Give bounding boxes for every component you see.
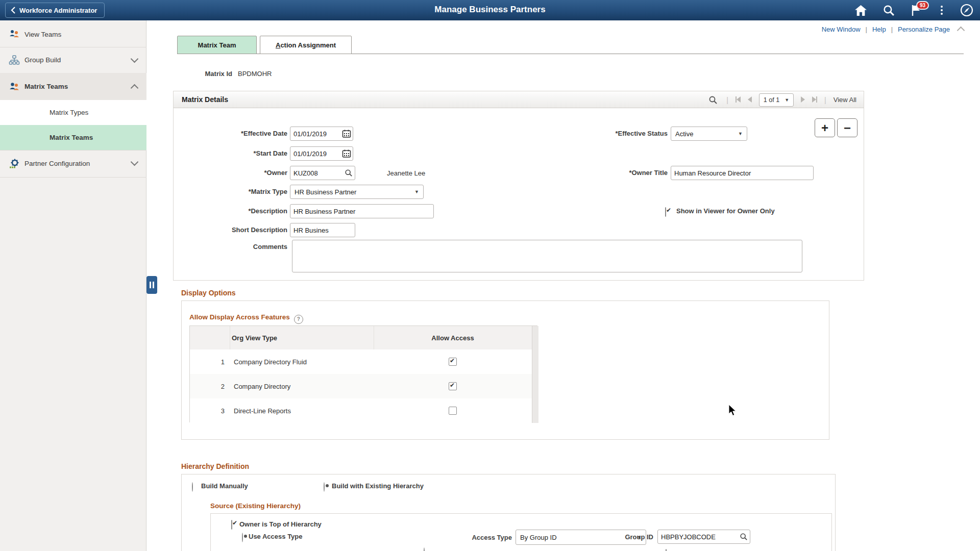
show-in-viewer-checkbox[interactable] (665, 207, 666, 217)
add-row-button[interactable]: + (815, 118, 835, 137)
col-header-org-view-type: Org View Type (232, 326, 374, 349)
allow-access-checkbox[interactable] (449, 382, 457, 390)
remove-row-button[interactable]: − (837, 118, 857, 137)
table-row: 3 Direct-Line Reports (190, 398, 532, 423)
matrix-id-label: Matrix Id (174, 70, 232, 78)
calendar-icon[interactable] (340, 128, 353, 140)
new-window-link[interactable]: New Window (822, 26, 861, 33)
use-access-type-label: Use Access Type (249, 533, 303, 540)
search-icon[interactable] (881, 3, 896, 17)
short-description-label: Short Description (194, 226, 287, 234)
allow-display-heading-row: Allow Display Across Features? (189, 312, 303, 324)
show-in-viewer-label: Show in Viewer for Owner Only (676, 207, 775, 215)
source-existing-hierarchy-heading: Source (Existing Hierarchy) (210, 502, 301, 510)
find-icon[interactable] (707, 94, 719, 106)
home-icon[interactable] (853, 3, 868, 17)
chevron-down-icon (131, 55, 139, 63)
description-wrapper (290, 204, 434, 218)
chevron-up-icon (131, 84, 139, 92)
tab-action-assignment[interactable]: Action Assignment (260, 36, 352, 54)
description-label: *Description (194, 207, 287, 215)
calendar-icon[interactable] (340, 147, 353, 160)
table-row: 1 Company Directory Fluid (190, 349, 532, 374)
sidebar-collapse-handle[interactable] (146, 276, 157, 294)
collapse-header-icon[interactable] (957, 27, 965, 35)
start-date-label: *Start Date (194, 149, 287, 157)
owner-title-input[interactable] (671, 167, 813, 179)
org-view-type-cell: Company Directory (234, 374, 374, 398)
access-type-value: By Group ID (520, 534, 557, 541)
allow-access-checkbox[interactable] (449, 358, 457, 366)
effective-status-label: *Effective Status (574, 130, 668, 137)
page-indicator-dropdown[interactable]: 1 of 1 ▼ (759, 93, 794, 107)
group-id-wrapper (657, 530, 750, 544)
comments-textarea[interactable] (292, 240, 802, 272)
actions-menu-icon[interactable] (938, 6, 946, 15)
effective-date-label: *Effective Date (194, 130, 287, 137)
effective-date-input[interactable] (290, 128, 340, 140)
group-id-lookup-icon[interactable] (738, 531, 750, 543)
owner-input[interactable] (290, 167, 342, 179)
effective-status-select[interactable]: Active ▼ (671, 127, 747, 141)
sidebar-item-matrix-teams[interactable]: Matrix Teams (0, 73, 146, 101)
navbar-compass-icon[interactable] (960, 3, 974, 17)
sidebar-item-partner-configuration[interactable]: Partner Configuration (0, 150, 146, 178)
next-page-icon[interactable] (801, 95, 805, 105)
sidebar-item-label: Matrix Teams (50, 134, 93, 141)
previous-page-icon[interactable] (748, 95, 752, 105)
short-description-input[interactable] (290, 224, 355, 236)
partner-configuration-icon (8, 158, 20, 170)
pagination-separator: | (824, 96, 826, 104)
build-existing-radio[interactable] (324, 482, 325, 492)
sidebar-item-label: Matrix Teams (24, 83, 68, 90)
grid-pagination: | 1 of 1 ▼ | View All (707, 91, 856, 108)
build-manually-radio[interactable] (192, 482, 193, 492)
matrix-type-value: HR Business Partner (295, 188, 356, 196)
matrix-teams-icon (8, 81, 20, 93)
use-access-type-radio[interactable] (242, 533, 243, 542)
tab-label: Action Assignment (276, 41, 336, 49)
build-manually-label: Build Manually (201, 482, 248, 490)
display-options-heading: Display Options (181, 289, 236, 297)
table-header-row: Org View Type Allow Access (190, 326, 532, 350)
col-header-allow-access: Allow Access (374, 326, 532, 349)
row-number: 2 (190, 374, 225, 398)
short-description-wrapper (290, 223, 355, 237)
link-separator: | (891, 26, 893, 33)
allow-display-table: Org View Type Allow Access 1 Company Dir… (189, 325, 537, 422)
org-view-type-cell: Company Directory Fluid (234, 349, 374, 374)
matrix-id-value: BPDMOHR (238, 70, 272, 78)
owner-lookup-icon[interactable] (342, 167, 355, 179)
owner-top-checkbox[interactable] (231, 520, 232, 530)
allow-display-heading: Allow Display Across Features (189, 313, 290, 321)
chevron-down-icon (131, 158, 139, 166)
left-navigation: View Teams Group Build Matrix Teams Matr… (0, 20, 146, 551)
first-page-icon[interactable] (736, 95, 741, 105)
description-input[interactable] (290, 205, 433, 217)
tab-matrix-team[interactable]: Matrix Team (177, 36, 257, 54)
page-indicator-text: 1 of 1 (764, 96, 779, 104)
sidebar-item-label: Group Build (24, 56, 61, 64)
last-page-icon[interactable] (812, 95, 817, 105)
comments-label: Comments (194, 243, 287, 251)
start-date-wrapper (290, 146, 353, 161)
group-id-input[interactable] (658, 531, 738, 543)
sidebar-item-matrix-types[interactable]: Matrix Types (0, 100, 146, 126)
help-icon[interactable]: ? (294, 315, 303, 324)
sidebar-item-view-teams[interactable]: View Teams (0, 21, 146, 47)
view-all-link[interactable]: View All (834, 96, 856, 104)
group-build-icon (8, 54, 20, 66)
partial-checkbox[interactable] (666, 549, 667, 551)
allow-access-checkbox[interactable] (449, 407, 457, 415)
start-date-input[interactable] (290, 147, 340, 160)
effective-date-wrapper (290, 127, 353, 141)
matrix-type-select[interactable]: HR Business Partner ▼ (290, 185, 424, 199)
table-row: 2 Company Directory (190, 374, 532, 399)
sidebar-item-group-build[interactable]: Group Build (0, 47, 146, 73)
help-link[interactable]: Help (872, 26, 886, 33)
notifications-flag-icon[interactable]: 93 (910, 3, 924, 17)
owner-title-label: *Owner Title (574, 169, 668, 177)
sidebar-item-matrix-teams-selected[interactable]: Matrix Teams (0, 125, 146, 151)
personalize-page-link[interactable]: Personalize Page (898, 26, 950, 33)
matrix-type-label: *Matrix Type (194, 188, 287, 195)
